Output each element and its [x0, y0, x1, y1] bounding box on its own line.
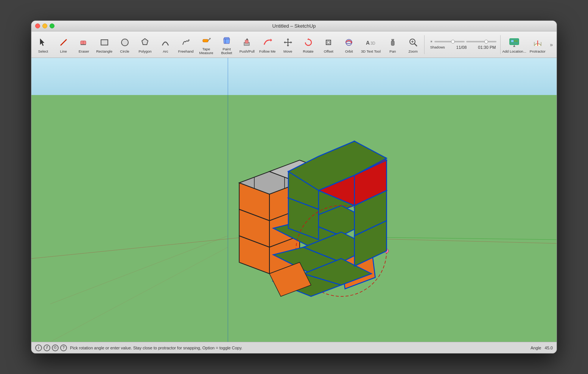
polygon-label: Polygon — [138, 50, 151, 53]
paint-bucket-label: Paint Bucket — [217, 47, 236, 55]
svg-marker-21 — [287, 45, 289, 47]
tool-orbit[interactable]: Orbit — [339, 33, 359, 56]
orbit-icon — [343, 36, 355, 48]
shadows-label: Shadows — [430, 45, 445, 50]
line-label: Line — [60, 50, 67, 53]
info-icon[interactable]: i — [35, 344, 42, 351]
tool-3d-text[interactable]: A 3D 3D Text Tool — [359, 33, 383, 56]
tool-circle[interactable]: Circle — [115, 33, 135, 56]
shadows-control: ☀ Shadows 11/08 01:30 PM — [427, 38, 499, 51]
orbit-label: Orbit — [345, 50, 353, 53]
svg-point-11 — [209, 38, 211, 39]
tool-add-location[interactable]: Add Location... — [501, 33, 527, 56]
angle-display: Angle 45.0 — [530, 346, 553, 350]
tool-pan[interactable]: Pan — [383, 33, 403, 56]
window-title: Untitled – SketchUp — [272, 23, 316, 29]
follow-me-icon — [261, 36, 274, 48]
svg-rect-9 — [203, 39, 208, 42]
svg-rect-32 — [391, 41, 394, 45]
offset-icon — [322, 36, 334, 48]
more-tools-button[interactable]: » — [548, 33, 555, 56]
tool-select[interactable]: Select — [33, 33, 53, 56]
arc-label: Arc — [163, 50, 168, 53]
tool-eraser[interactable]: Eraser — [74, 33, 94, 56]
rectangle-label: Rectangle — [96, 50, 112, 53]
tool-rotate[interactable]: Rotate — [298, 33, 319, 56]
toolbar: Select Line Eraser — [31, 31, 557, 58]
pan-icon — [387, 36, 399, 48]
svg-rect-38 — [511, 40, 513, 42]
help-icon[interactable]: ? — [60, 344, 67, 351]
tape-measure-icon — [200, 35, 212, 46]
shadows-slider[interactable]: ☀ — [430, 40, 496, 44]
zoom-icon — [407, 36, 419, 48]
pan-label: Pan — [389, 50, 396, 53]
svg-marker-7 — [142, 39, 148, 45]
tool-tape-measure[interactable]: Tape Measure — [196, 33, 216, 56]
minimize-button[interactable] — [42, 23, 47, 28]
add-location-icon — [508, 36, 520, 48]
rotate-label: Rotate — [303, 50, 314, 53]
svg-point-8 — [188, 39, 190, 41]
freehand-label: Freehand — [178, 50, 194, 53]
svg-line-48 — [50, 236, 228, 304]
rotate-icon — [302, 36, 314, 48]
protractor-label: Protractor — [530, 50, 546, 53]
toolbar-divider-1 — [424, 35, 425, 54]
svg-marker-0 — [40, 39, 44, 46]
svg-marker-22 — [284, 41, 285, 44]
svg-rect-26 — [327, 41, 330, 44]
status-bar: i f © ? Pick rotation angle or enter val… — [31, 342, 557, 353]
tool-freehand[interactable]: Freehand — [176, 33, 196, 56]
select-label: Select — [38, 50, 48, 53]
traffic-lights — [35, 23, 54, 28]
circle-label: Circle — [120, 50, 129, 53]
move-icon — [282, 36, 294, 48]
title-bar: Untitled – SketchUp — [31, 21, 557, 31]
svg-line-45 — [31, 236, 258, 259]
close-button[interactable] — [35, 23, 40, 28]
tape-measure-label: Tape Measure — [197, 47, 216, 55]
status-message: Pick rotation angle or enter value. Stay… — [70, 346, 527, 350]
offset-label: Offset — [324, 50, 333, 53]
svg-line-34 — [414, 44, 417, 46]
flash-icon[interactable]: f — [44, 344, 50, 351]
shadow-time-thumb[interactable] — [484, 40, 488, 44]
tool-paint-bucket[interactable]: Paint Bucket — [216, 33, 237, 56]
copyright-icon[interactable]: © — [52, 344, 59, 351]
viewport[interactable] — [31, 58, 557, 342]
tool-follow-me[interactable]: Follow Me — [257, 33, 278, 56]
zoom-label: Zoom — [409, 50, 418, 53]
tool-polygon[interactable]: Polygon — [135, 33, 155, 56]
push-pull-icon — [241, 36, 253, 48]
svg-rect-14 — [245, 40, 248, 43]
tool-move[interactable]: Move — [278, 33, 298, 56]
line-icon — [58, 36, 70, 48]
tool-protractor[interactable]: Protractor — [527, 33, 548, 56]
move-label: Move — [283, 50, 292, 53]
3d-text-icon: A 3D — [365, 36, 377, 48]
svg-point-6 — [121, 39, 128, 46]
shadow-time-track[interactable] — [466, 41, 496, 42]
angle-label: Angle — [530, 346, 541, 350]
app-window: Untitled – SketchUp Select Line — [31, 20, 557, 354]
maximize-button[interactable] — [50, 23, 54, 28]
polygon-icon — [139, 36, 151, 48]
svg-marker-41 — [513, 45, 515, 47]
eraser-label: Eraser — [79, 50, 89, 53]
tool-arc[interactable]: Arc — [155, 33, 176, 56]
tool-push-pull[interactable]: Push/Pull — [237, 33, 257, 56]
freehand-icon — [180, 36, 192, 48]
shadow-date-track[interactable] — [434, 41, 465, 42]
select-icon — [37, 36, 49, 48]
3d-text-label: 3D Text Tool — [361, 50, 381, 53]
tool-rectangle[interactable]: Rectangle — [94, 33, 115, 56]
tool-line[interactable]: Line — [53, 33, 74, 56]
tool-zoom[interactable]: Zoom — [403, 33, 423, 56]
svg-text:A: A — [366, 40, 370, 46]
svg-marker-20 — [287, 38, 289, 40]
time-display: 01:30 PM — [478, 45, 496, 50]
tool-offset[interactable]: Offset — [318, 33, 339, 56]
shadow-date-thumb[interactable] — [451, 40, 455, 44]
circle-icon — [119, 36, 131, 48]
